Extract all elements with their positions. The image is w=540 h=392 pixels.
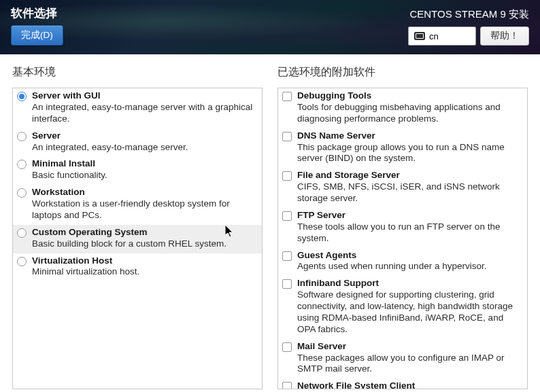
- keyboard-layout-selector[interactable]: cn: [408, 26, 476, 46]
- option-name: File and Storage Server: [297, 170, 523, 181]
- option-description: An integrated, easy-to-manage server wit…: [32, 102, 258, 125]
- radio-button[interactable]: [17, 132, 27, 141]
- option-name: FTP Server: [297, 210, 523, 221]
- option-description: Software designed for supporting cluster…: [297, 289, 523, 336]
- base-env-list: Server with GUIAn integrated, easy-to-ma…: [12, 88, 263, 389]
- env-option[interactable]: Custom Operating SystemBasic building bl…: [13, 225, 262, 253]
- option-description: CIFS, SMB, NFS, iSCSI, iSER, and iSNS ne…: [297, 181, 523, 204]
- page-title: 软件选择: [11, 5, 63, 21]
- radio-button[interactable]: [17, 257, 27, 266]
- option-name: Infiniband Support: [297, 278, 523, 289]
- addons-heading: 已选环境的附加软件: [277, 65, 528, 79]
- env-option[interactable]: Virtualization HostMinimal virtualizatio…: [13, 253, 262, 282]
- radio-button[interactable]: [17, 92, 27, 101]
- option-description: Agents used when running under a hypervi…: [297, 261, 523, 272]
- base-env-heading: 基本环境: [12, 65, 263, 79]
- checkbox[interactable]: [282, 211, 292, 221]
- option-name: DNS Name Server: [297, 130, 523, 142]
- option-description: These packages allow you to configure an…: [297, 353, 523, 376]
- option-name: Custom Operating System: [32, 227, 258, 238]
- addon-option[interactable]: Infiniband SupportSoftware designed for …: [278, 276, 527, 338]
- option-description: Workstation is a user-friendly desktop s…: [32, 198, 258, 221]
- header-bar: 软件选择 完成(D) CENTOS STREAM 9 安装 cn 帮助！: [0, 0, 540, 54]
- help-button[interactable]: 帮助！: [480, 26, 529, 46]
- addon-option[interactable]: FTP ServerThese tools allow you to run a…: [278, 208, 527, 248]
- keyboard-icon: [414, 32, 425, 40]
- option-name: Debugging Tools: [297, 90, 523, 102]
- env-option[interactable]: ServerAn integrated, easy-to-manage serv…: [13, 128, 262, 157]
- env-option[interactable]: WorkstationWorkstation is a user-friendl…: [13, 185, 262, 225]
- keyboard-layout-label: cn: [429, 31, 439, 41]
- checkbox[interactable]: [282, 132, 292, 141]
- addon-option[interactable]: Mail ServerThese packages allow you to c…: [278, 339, 527, 379]
- addon-option[interactable]: DNS Name ServerThis package group allows…: [278, 128, 527, 168]
- addon-option[interactable]: Guest AgentsAgents used when running und…: [278, 248, 527, 277]
- checkbox[interactable]: [282, 251, 292, 261]
- addon-option[interactable]: Network File System ClientEnables the sy…: [278, 378, 527, 389]
- option-name: Virtualization Host: [32, 255, 258, 267]
- checkbox[interactable]: [282, 342, 292, 352]
- option-description: These tools allow you to run an FTP serv…: [297, 221, 523, 245]
- option-name: Workstation: [32, 187, 258, 198]
- addon-option[interactable]: File and Storage ServerCIFS, SMB, NFS, i…: [278, 168, 527, 208]
- checkbox[interactable]: [282, 171, 292, 181]
- radio-button[interactable]: [17, 228, 27, 238]
- option-name: Server with GUI: [32, 90, 258, 102]
- checkbox[interactable]: [282, 382, 292, 389]
- done-button[interactable]: 完成(D): [11, 25, 63, 46]
- radio-button[interactable]: [17, 188, 27, 198]
- option-name: Mail Server: [297, 341, 523, 353]
- option-name: Server: [32, 130, 258, 142]
- option-description: An integrated, easy-to-manage server.: [32, 142, 258, 154]
- option-name: Minimal Install: [32, 158, 258, 170]
- option-description: Minimal virtualization host.: [32, 266, 258, 278]
- env-option[interactable]: Minimal InstallBasic functionality.: [13, 156, 262, 185]
- product-label: CENTOS STREAM 9 安装: [408, 8, 529, 21]
- addons-list: Debugging ToolsTools for debugging misbe…: [277, 88, 528, 389]
- checkbox[interactable]: [282, 279, 292, 289]
- addon-option[interactable]: Debugging ToolsTools for debugging misbe…: [278, 88, 527, 128]
- option-description: Basic building block for a custom RHEL s…: [32, 238, 258, 250]
- option-description: This package group allows you to run a D…: [297, 142, 523, 165]
- radio-button[interactable]: [17, 160, 27, 169]
- option-name: Network File System Client: [297, 380, 523, 389]
- option-description: Basic functionality.: [32, 170, 258, 181]
- option-description: Tools for debugging misbehaving applicat…: [297, 102, 523, 125]
- option-name: Guest Agents: [297, 250, 523, 262]
- checkbox[interactable]: [282, 92, 292, 101]
- env-option[interactable]: Server with GUIAn integrated, easy-to-ma…: [13, 88, 262, 128]
